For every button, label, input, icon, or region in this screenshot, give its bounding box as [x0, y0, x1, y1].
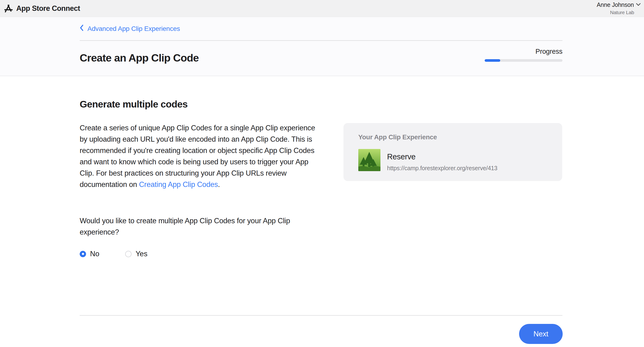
section-title: Generate multiple codes	[80, 99, 188, 110]
back-link[interactable]: Advanced App Clip Experiences	[80, 24, 180, 33]
radio-option-yes[interactable]: Yes	[125, 250, 147, 258]
app-store-connect-brand: App Store Connect	[4, 4, 80, 13]
app-clip-name: Reserve	[387, 152, 498, 162]
account-menu[interactable]: Anne Johnson Nature Lab	[597, 2, 641, 15]
progress-indicator: Progress	[485, 48, 562, 62]
radio-circle-no[interactable]	[80, 251, 86, 257]
app-clip-url: https://camp.forestexplorer.org/reserve/…	[387, 164, 498, 172]
app-title: App Store Connect	[16, 4, 80, 13]
progress-track	[485, 59, 562, 62]
chevron-down-icon	[636, 3, 641, 7]
question-text: Would you like to create multiple App Cl…	[80, 215, 316, 238]
next-button[interactable]: Next	[519, 324, 563, 344]
progress-fill	[485, 59, 500, 62]
account-team-name: Nature Lab	[610, 10, 641, 15]
chevron-left-icon	[80, 24, 84, 33]
main-content: Generate multiple codes Create a series …	[0, 76, 644, 347]
progress-label: Progress	[536, 48, 562, 56]
app-store-icon	[4, 4, 13, 13]
page-header: Advanced App Clip Experiences Create an …	[0, 17, 644, 76]
top-bar: App Store Connect Anne Johnson Nature La…	[0, 0, 644, 17]
radio-label-yes: Yes	[136, 250, 147, 258]
footer-divider	[80, 315, 562, 316]
description-after-link: .	[218, 180, 220, 188]
experience-row: Reserve https://camp.forestexplorer.org/…	[358, 149, 553, 172]
radio-label-no: No	[90, 250, 99, 258]
creating-app-clip-codes-link[interactable]: Creating App Clip Codes	[139, 180, 218, 188]
page-title: Create an App Clip Code	[80, 52, 199, 64]
radio-circle-yes[interactable]	[125, 251, 132, 257]
account-user-name: Anne Johnson	[597, 2, 634, 8]
description-before-link: Create a series of unique App Clip Codes…	[80, 124, 315, 188]
forest-trees-icon	[358, 149, 380, 171]
radio-group: No Yes	[80, 250, 147, 258]
app-clip-experience-card: Your App Clip Experience	[344, 123, 562, 181]
radio-option-no[interactable]: No	[80, 250, 99, 258]
experience-card-title: Your App Clip Experience	[358, 134, 553, 141]
experience-text: Reserve https://camp.forestexplorer.org/…	[387, 149, 498, 172]
description-text: Create a series of unique App Clip Codes…	[80, 122, 316, 190]
header-divider	[80, 40, 562, 41]
back-link-label: Advanced App Clip Experiences	[88, 25, 180, 32]
